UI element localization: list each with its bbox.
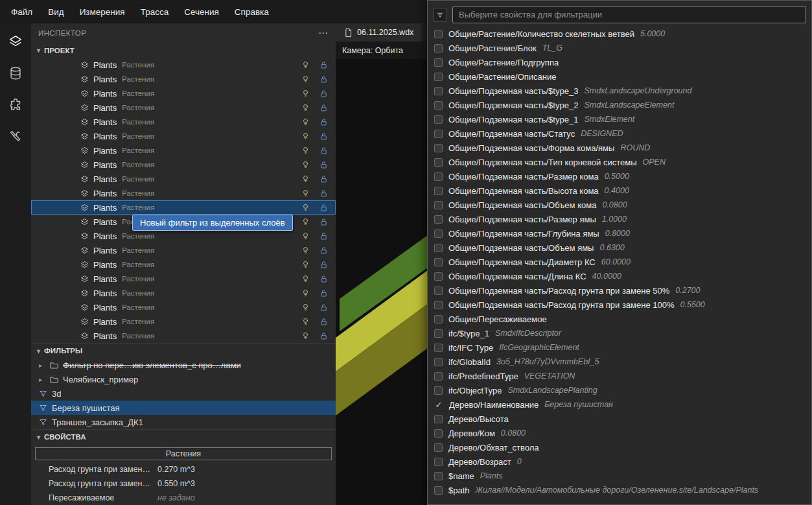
visibility-bulb-icon[interactable] <box>301 260 310 269</box>
filter-row[interactable]: ▸ Челябинск_пример <box>31 372 336 386</box>
checkbox[interactable] <box>434 229 443 238</box>
lock-icon[interactable] <box>319 89 328 98</box>
visibility-bulb-icon[interactable] <box>301 274 310 283</box>
visibility-bulb-icon[interactable] <box>301 117 310 126</box>
checkbox[interactable] <box>434 344 443 352</box>
lock-icon[interactable] <box>319 275 328 283</box>
section-header-filters[interactable]: ▾ ФИЛЬТРЫ <box>31 343 336 358</box>
filter-property-row[interactable]: ✓ Общие/Подземная часть/Расход грунта пр… <box>428 283 811 298</box>
checkbox[interactable] <box>434 429 443 438</box>
layer-row-plants[interactable]: Plants Растения <box>31 314 336 329</box>
filter-property-row[interactable]: ✓ ifc/PredefinedType VEGETATION <box>428 369 811 383</box>
layer-row-plants[interactable]: Plants Растения <box>31 186 336 200</box>
filter-property-row[interactable]: ✓ ifc/IFC Type IfcGeographicElement <box>428 340 811 355</box>
more-options-button[interactable]: ⋯ <box>318 27 329 39</box>
lock-icon[interactable] <box>319 147 328 155</box>
checkbox[interactable] <box>434 386 443 395</box>
lock-icon[interactable] <box>319 232 328 241</box>
filter-row[interactable]: ▸ Фильтр по пере…ию элементов_с про…лами <box>31 358 336 372</box>
lock-icon[interactable] <box>319 318 328 326</box>
lock-icon[interactable] <box>319 218 328 226</box>
filter-property-row[interactable]: ✓ Общие/Подземная часть/Размер кома 0.50… <box>428 169 811 183</box>
section-header-project[interactable]: ▾ ПРОЕКТ <box>31 43 336 58</box>
property-search-input[interactable] <box>452 6 806 23</box>
filter-property-row[interactable]: ✓ Общие/Подземная часть/$type_1 SmdxElem… <box>428 112 811 126</box>
filter-property-row[interactable]: ✓ Общие/Подземная часть/Диаметр КС 60.00… <box>428 255 811 269</box>
layer-row-plants[interactable]: Plants Растения <box>31 100 336 115</box>
layer-row-plants[interactable]: Plants Растения <box>31 172 336 186</box>
filter-property-row[interactable]: ✓ ifc/$type_1 SmdxIfcDescriptor <box>428 326 811 340</box>
checkbox[interactable] <box>434 301 443 309</box>
lock-icon[interactable] <box>319 189 328 198</box>
visibility-bulb-icon[interactable] <box>301 231 310 241</box>
menu-item[interactable]: Измерения <box>73 4 132 20</box>
layer-row-plants[interactable]: Plants Растения <box>31 229 336 243</box>
lock-icon[interactable] <box>319 246 328 255</box>
visibility-bulb-icon[interactable] <box>301 331 310 340</box>
lock-icon[interactable] <box>319 303 328 312</box>
filter-property-row[interactable]: ✓ Общие/Подземная часть/Форма кома/ямы R… <box>428 141 811 155</box>
layer-row-plants[interactable]: Plants Растения <box>31 86 336 100</box>
visibility-bulb-icon[interactable] <box>301 303 310 312</box>
lock-icon[interactable] <box>319 132 328 141</box>
filter-property-row[interactable]: ✓ Общие/Растение/Количество скелетных ве… <box>428 27 811 41</box>
lock-icon[interactable] <box>319 261 328 269</box>
sidebar-puzzle-icon[interactable] <box>3 92 29 118</box>
lock-icon[interactable] <box>319 118 328 126</box>
checkbox[interactable] <box>434 258 443 266</box>
checkbox[interactable] <box>434 30 443 38</box>
filter-row[interactable]: ▸ 3d <box>31 386 336 401</box>
filter-property-row[interactable]: ✓ Общие/Растение/Подгруппа <box>428 55 811 69</box>
filter-property-row[interactable]: ✓ Общие/Подземная часть/Расход грунта пр… <box>428 298 811 312</box>
checkbox[interactable] <box>434 358 443 366</box>
checkbox[interactable] <box>434 187 443 195</box>
checkbox[interactable] <box>434 144 443 152</box>
layer-row-plants[interactable]: Plants Растения <box>31 72 336 86</box>
lock-icon[interactable] <box>319 332 328 340</box>
checkbox[interactable] <box>434 115 443 124</box>
filter-property-row[interactable]: ✓ Общие/Подземная часть/Длина КС 40.0000 <box>428 269 811 283</box>
lock-icon[interactable] <box>319 204 328 212</box>
checkbox[interactable] <box>434 372 443 381</box>
checkbox[interactable] <box>434 244 443 252</box>
filter-property-row[interactable]: ✓ Общие/Подземная часть/$type_3 SmdxLand… <box>428 84 811 98</box>
visibility-bulb-icon[interactable] <box>301 132 310 141</box>
checkbox[interactable] <box>434 329 443 338</box>
visibility-bulb-icon[interactable] <box>301 203 310 212</box>
filter-property-row[interactable]: ✓ Дерево/Высота <box>428 412 811 426</box>
layer-row-plants[interactable]: Plants Растения <box>31 243 336 257</box>
checkbox[interactable] <box>434 315 443 323</box>
filter-property-row[interactable]: ✓ Общие/Пересаживаемое <box>428 312 811 326</box>
visibility-bulb-icon[interactable] <box>301 288 310 298</box>
filter-property-row[interactable]: ✓ Дерево/Обхват_ствола <box>428 440 811 454</box>
filter-property-row[interactable]: ✓ Общие/Подземная часть/Тип корневой сис… <box>428 155 811 169</box>
checkbox[interactable] <box>434 472 443 480</box>
filter-property-row[interactable]: ✓ Общие/Растение/Блок TL_G <box>428 41 811 55</box>
menu-item[interactable]: Вид <box>41 4 71 20</box>
sidebar-tools-icon[interactable] <box>3 124 29 150</box>
layer-row-plants[interactable]: Plants Растения <box>31 257 336 272</box>
document-tab[interactable]: 06.11.2025.wdx <box>336 23 422 41</box>
visibility-bulb-icon[interactable] <box>301 246 310 255</box>
filter-property-row[interactable]: ✓ ifc/ObjectType SmdxLandscapePlanting <box>428 383 811 397</box>
visibility-bulb-icon[interactable] <box>301 60 310 69</box>
checkbox[interactable] <box>434 201 443 209</box>
filter-row[interactable]: ▸ Береза пушистая <box>31 401 336 415</box>
filter-row[interactable]: ▸ Траншея_засыпка_ДК1 <box>31 415 336 429</box>
filter-property-row[interactable]: ✓ Общие/Подземная часть/Высота кома 0.40… <box>428 183 811 198</box>
layer-row-plants[interactable]: Plants Растения <box>31 286 336 300</box>
filter-property-row[interactable]: ✓ Общие/Подземная часть/$type_2 SmdxLand… <box>428 98 811 112</box>
checkbox[interactable] <box>434 101 443 110</box>
checkbox[interactable] <box>434 172 443 181</box>
layer-row-plants[interactable]: Plants Растения <box>31 129 336 143</box>
filter-property-row[interactable]: ✓ Общие/Подземная часть/Размер ямы 1.000… <box>428 212 811 226</box>
filter-property-row[interactable]: ✓ Общие/Подземная часть/Объем ямы 0.6300 <box>428 241 811 255</box>
lock-icon[interactable] <box>319 104 328 112</box>
visibility-bulb-icon[interactable] <box>301 89 310 98</box>
lock-icon[interactable] <box>319 61 328 69</box>
visibility-bulb-icon[interactable] <box>301 217 310 226</box>
checkbox[interactable] <box>434 287 443 295</box>
section-header-properties[interactable]: ▾ СВОЙСТВА <box>31 429 336 444</box>
lock-icon[interactable] <box>319 289 328 298</box>
visibility-bulb-icon[interactable] <box>301 160 310 169</box>
